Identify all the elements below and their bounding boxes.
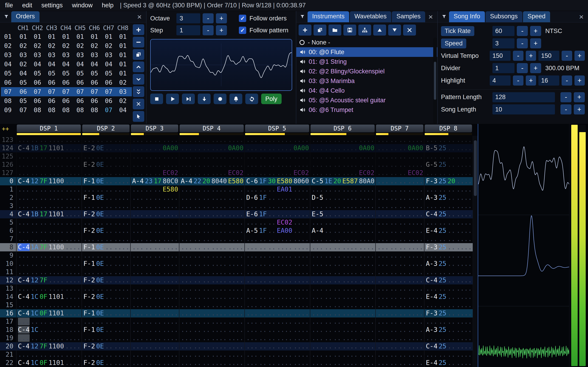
pattern-cell[interactable]: ............... [310, 301, 375, 309]
pattern-cell[interactable]: .......EA01.... [244, 185, 310, 194]
pattern-cell[interactable]: ............... [310, 309, 375, 317]
instrument-item-4[interactable]: 04: @4 Cello [296, 86, 437, 95]
order-cell[interactable]: 06 [30, 96, 44, 106]
pattern-cell[interactable]: ............... [244, 235, 310, 243]
scrollbar-thumb[interactable] [434, 62, 436, 100]
follow-pattern-checkbox[interactable]: ✓ [239, 27, 246, 34]
speed-input[interactable]: 3 [493, 38, 515, 48]
order-cell[interactable]: 06 [87, 78, 102, 87]
pattern-cell[interactable]: ........... [424, 268, 473, 276]
menu-help[interactable]: help [102, 2, 113, 9]
pattern-cell[interactable]: ........... [130, 161, 179, 169]
open-instrument-button[interactable] [329, 25, 341, 35]
play-button[interactable] [166, 94, 179, 104]
pattern-cell[interactable]: F-10E...... [82, 243, 130, 251]
add-order-button[interactable] [133, 24, 144, 35]
pattern-row-127[interactable]: 127.................................EC02… [0, 169, 478, 177]
pattern-cell[interactable]: ............... [310, 293, 375, 301]
tab-subsongs[interactable]: Subsongs [485, 11, 522, 22]
pattern-cell[interactable]: ........... [424, 136, 473, 144]
pattern-cell[interactable]: ........... [130, 152, 179, 161]
pattern-cell[interactable]: ............... [310, 260, 375, 268]
pattern-cell[interactable]: C-425...... [424, 342, 473, 350]
order-cell[interactable]: 07 [59, 87, 73, 96]
pattern-row-9[interactable]: 9.......................................… [0, 251, 478, 260]
pattern-cell[interactable]: ........... [375, 152, 424, 161]
pattern-row-14[interactable]: 14C-41C0F1101....F-20E..................… [0, 293, 478, 301]
pattern-length-input[interactable]: 128 [493, 92, 555, 102]
pattern-cell[interactable]: ............... [179, 185, 244, 194]
order-cell[interactable]: 02 [73, 41, 87, 50]
order-cell[interactable]: 04 [116, 106, 130, 115]
pattern-cell[interactable]: ............... [16, 334, 82, 342]
pattern-cell[interactable]: ............... [244, 350, 310, 359]
move-order-down-button[interactable] [133, 74, 144, 85]
order-cell[interactable]: 02 [30, 41, 44, 50]
pattern-cell[interactable]: ............... [179, 152, 244, 161]
pattern-cell[interactable]: ............... [244, 334, 310, 342]
order-cell[interactable]: 03 [59, 50, 73, 60]
virtual-tempo-den-decrease-button[interactable]: - [562, 51, 572, 61]
pattern-cell[interactable]: ........... [130, 268, 179, 276]
stop-button[interactable] [150, 94, 163, 104]
pattern-cell[interactable]: ........... [375, 317, 424, 326]
pattern-cell[interactable]: ........... [375, 293, 424, 301]
pattern-cell[interactable]: F-325...... [424, 309, 473, 317]
order-cell[interactable]: 02 [16, 60, 30, 69]
pattern-row-125[interactable]: 125.....................................… [0, 152, 478, 161]
add-instrument-button[interactable] [299, 25, 311, 35]
order-cell[interactable]: 02 [102, 41, 116, 50]
pattern-cell[interactable]: ............... [310, 284, 375, 293]
virtual-tempo-num-decrease-button[interactable]: - [513, 51, 523, 61]
order-cell[interactable]: 01 [87, 32, 102, 41]
order-cell[interactable]: 07 [73, 87, 87, 96]
instrument-item-5[interactable]: 05: @5 Acoustic steel guitar [296, 95, 437, 105]
menu-file[interactable]: file [5, 2, 13, 9]
pattern-cell[interactable]: ........... [424, 317, 473, 326]
repeat-pattern-button[interactable] [245, 94, 258, 104]
pattern-cell[interactable]: ............... [244, 243, 310, 251]
pattern-cell[interactable]: ............... [179, 359, 244, 367]
pattern-cell[interactable]: ............... [179, 161, 244, 169]
pattern-cell[interactable]: ............... [179, 284, 244, 293]
channel-header-6[interactable]: DSP 6 [310, 125, 375, 136]
highlight-a-increase-button[interactable]: + [526, 75, 536, 85]
pattern-cell[interactable]: ............... [310, 350, 375, 359]
order-cell[interactable]: 07 [16, 106, 30, 115]
tick-rate-button[interactable]: Tick Rate [441, 26, 474, 36]
pattern-cell[interactable]: ............... [179, 136, 244, 144]
order-cell[interactable]: 08 [87, 106, 102, 115]
divider-increase-button[interactable]: + [530, 63, 541, 73]
channel-header-5[interactable]: DSP 5 [244, 125, 310, 136]
pattern-row-16[interactable]: 16C-41C0F1101....F-10E..................… [0, 309, 478, 317]
highlight-b-increase-button[interactable]: + [574, 75, 585, 85]
order-cell[interactable]: 05 [30, 69, 44, 78]
pattern-row-21[interactable]: 21......................................… [0, 350, 478, 359]
pattern-cell[interactable]: E-61F.......... [244, 210, 310, 218]
channel-name[interactable]: DSP 1 [17, 125, 81, 132]
pattern-cell[interactable]: ............... [179, 276, 244, 284]
pattern-row-123[interactable]: 123.....................................… [0, 136, 478, 144]
order-cell[interactable]: 07 [30, 87, 44, 96]
pattern-cell[interactable]: ............... [310, 268, 375, 276]
pattern-cell[interactable]: ............... [16, 152, 82, 161]
channel-header-3[interactable]: DSP 3 [130, 125, 179, 136]
pattern-cell[interactable]: ........... [130, 317, 179, 326]
channel-header-7[interactable]: DSP 7 [375, 125, 424, 136]
divider-input[interactable]: 1 [493, 63, 515, 73]
pattern-cell[interactable]: ............... [179, 268, 244, 276]
order-cell[interactable]: 02 [116, 78, 130, 87]
pattern-cell[interactable]: A-4............ [310, 227, 375, 235]
pattern-row-15[interactable]: 15......................................… [0, 301, 478, 309]
pattern-cell[interactable]: ........... [82, 136, 130, 144]
channel-name[interactable]: DSP 8 [425, 125, 472, 132]
order-cell[interactable]: 06 [59, 96, 73, 106]
order-cell[interactable]: 08 [30, 106, 44, 115]
order-cell[interactable]: 06 [102, 78, 116, 87]
pattern-cell[interactable]: F-20E...... [82, 210, 130, 218]
pattern-row-6[interactable]: 6...............F-20E...................… [0, 227, 478, 235]
order-cell[interactable]: 01 [116, 60, 130, 69]
pattern-cell[interactable]: ............... [310, 152, 375, 161]
pattern-cell[interactable]: ............... [310, 235, 375, 243]
order-cell[interactable]: 04 [73, 60, 87, 69]
